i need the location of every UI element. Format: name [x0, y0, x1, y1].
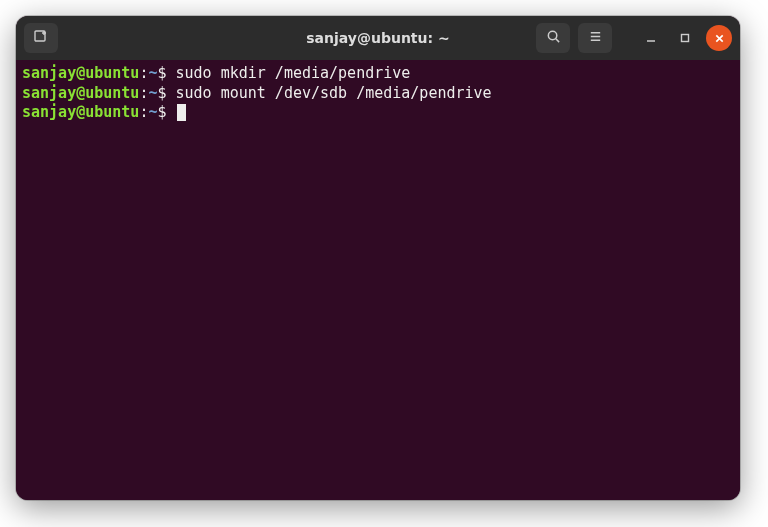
maximize-icon: [679, 32, 691, 44]
new-tab-icon: [33, 28, 49, 48]
prompt-symbol: $: [157, 84, 166, 102]
command-text: sudo mount /dev/sdb /media/pendrive: [176, 84, 492, 102]
terminal-body[interactable]: sanjay@ubuntu:~$ sudo mkdir /media/pendr…: [16, 60, 740, 500]
prompt-user-host: sanjay@ubuntu: [22, 103, 139, 121]
minimize-button[interactable]: [638, 25, 664, 51]
titlebar-left: [24, 23, 58, 53]
svg-rect-9: [682, 35, 689, 42]
minimize-icon: [645, 32, 657, 44]
close-icon: [714, 33, 725, 44]
terminal-line: sanjay@ubuntu:~$: [22, 103, 734, 123]
svg-point-3: [548, 31, 556, 39]
search-button[interactable]: [536, 23, 570, 53]
window-title: sanjay@ubuntu: ~: [306, 30, 449, 46]
terminal-window: sanjay@ubuntu: ~: [16, 16, 740, 500]
prompt-user-host: sanjay@ubuntu: [22, 84, 139, 102]
command-text: sudo mkdir /media/pendrive: [176, 64, 411, 82]
prompt-symbol: $: [157, 64, 166, 82]
prompt-symbol: $: [157, 103, 166, 121]
terminal-line: sanjay@ubuntu:~$ sudo mkdir /media/pendr…: [22, 64, 734, 84]
titlebar-right: [536, 23, 732, 53]
hamburger-icon: [588, 29, 603, 48]
prompt-user-host: sanjay@ubuntu: [22, 64, 139, 82]
new-tab-button[interactable]: [24, 23, 58, 53]
search-icon: [546, 29, 561, 48]
maximize-button[interactable]: [672, 25, 698, 51]
cursor: [177, 104, 186, 121]
close-button[interactable]: [706, 25, 732, 51]
svg-line-4: [555, 38, 558, 41]
menu-button[interactable]: [578, 23, 612, 53]
terminal-line: sanjay@ubuntu:~$ sudo mount /dev/sdb /me…: [22, 84, 734, 104]
titlebar: sanjay@ubuntu: ~: [16, 16, 740, 60]
